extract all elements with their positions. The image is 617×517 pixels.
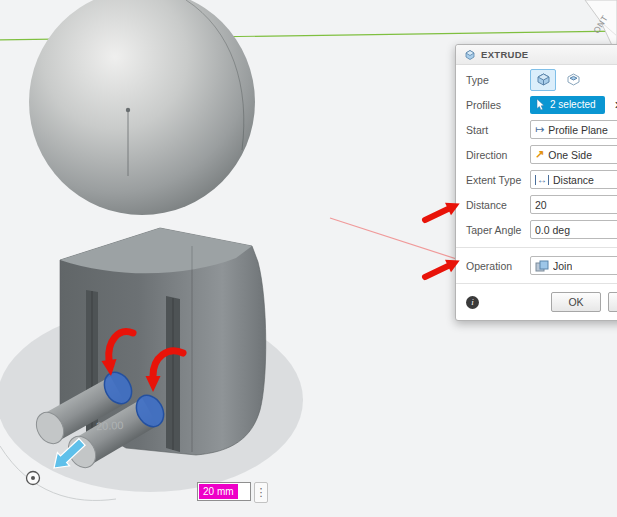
extrude-solid-icon [535, 72, 552, 87]
one-side-icon: ↗ [535, 149, 544, 160]
extent-type-select[interactable]: ↔ Distance ▾ [530, 170, 617, 189]
row-taper-angle: Taper Angle [456, 217, 617, 242]
row-operation: Operation Join ▾ [456, 253, 617, 278]
dimension-input-group: 20 mm ⋮ [197, 482, 268, 503]
extrude-command-icon [464, 49, 476, 61]
operation-label: Operation [466, 260, 530, 272]
dialog-body: Type [456, 65, 617, 320]
divider [456, 247, 617, 248]
taper-angle-label: Taper Angle [466, 224, 530, 236]
extent-type-value: Distance [553, 174, 594, 186]
distance-extent-icon: ↔ [535, 175, 549, 185]
dialog-footer: i OK Cancel [456, 289, 617, 320]
type-solid-button[interactable] [530, 69, 556, 91]
distance-input[interactable] [530, 195, 617, 214]
extent-type-label: Extent Type [466, 174, 530, 186]
direction-select[interactable]: ↗ One Side ▾ [530, 145, 617, 164]
row-type: Type [456, 67, 617, 92]
cursor-icon [536, 99, 545, 111]
drag-grip[interactable]: ⋮ [254, 482, 268, 503]
sphere-body[interactable] [29, 0, 255, 215]
operation-value: Join [553, 260, 572, 272]
profiles-label: Profiles [466, 99, 530, 111]
dimension-input-value: 20 mm [199, 484, 238, 499]
dimension-readout: 20.00 [96, 419, 124, 432]
direction-label: Direction [466, 149, 530, 161]
extrude-thin-icon [565, 72, 582, 87]
distance-label: Distance [466, 199, 530, 211]
profiles-count: 2 selected [550, 99, 596, 110]
start-label: Start [466, 124, 530, 136]
construction-point [126, 108, 130, 112]
row-distance: Distance [456, 192, 617, 217]
direction-value: One Side [548, 149, 592, 161]
row-extent-type: Extent Type ↔ Distance ▾ [456, 167, 617, 192]
fusion-canvas: 20.00 ONT EXTRUDE Type [0, 0, 617, 517]
grip-icon: ⋮ [256, 486, 267, 499]
dialog-title: EXTRUDE [481, 49, 529, 60]
profiles-selected-chip[interactable]: 2 selected [530, 96, 605, 114]
info-letter: i [471, 297, 474, 307]
ok-button[interactable]: OK [551, 292, 601, 312]
extrude-dialog: EXTRUDE Type [455, 44, 617, 321]
start-select[interactable]: ↦ Profile Plane ▾ [530, 120, 617, 139]
type-thin-button[interactable] [560, 69, 586, 91]
dimension-input[interactable]: 20 mm [197, 482, 251, 501]
join-operation-icon [535, 260, 549, 272]
operation-select[interactable]: Join ▾ [530, 256, 617, 275]
profile-plane-icon: ↦ [535, 124, 544, 135]
row-start: Start ↦ Profile Plane ▾ [456, 117, 617, 142]
origin-point[interactable] [27, 472, 40, 485]
info-icon[interactable]: i [466, 296, 479, 309]
start-value: Profile Plane [548, 124, 608, 136]
taper-angle-input[interactable] [530, 220, 617, 239]
type-label: Type [466, 74, 530, 86]
row-profiles: Profiles 2 selected × [456, 92, 617, 117]
dialog-header[interactable]: EXTRUDE [456, 45, 617, 65]
divider [456, 283, 617, 284]
row-direction: Direction ↗ One Side ▾ [456, 142, 617, 167]
cancel-button[interactable]: Cancel [608, 292, 617, 312]
